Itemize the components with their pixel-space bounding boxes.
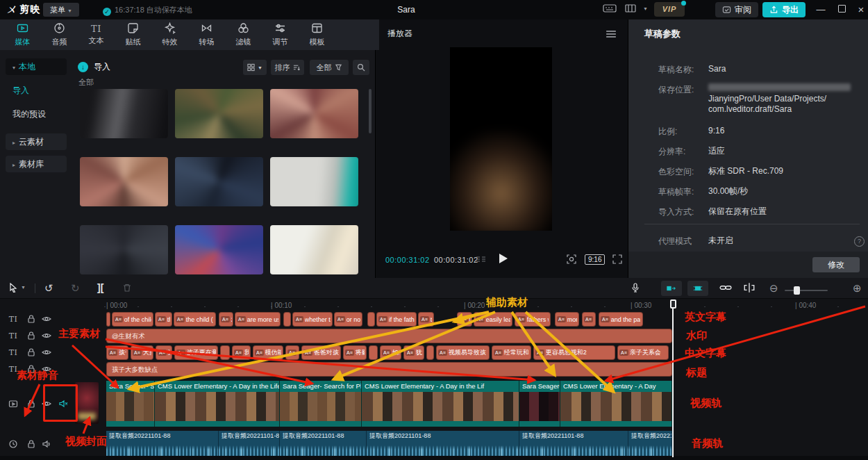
eye-icon[interactable] — [40, 313, 53, 325]
clock-icon[interactable] — [7, 438, 19, 450]
lock-icon[interactable] — [25, 346, 37, 359]
tab-特效[interactable]: 特效 — [151, 19, 188, 50]
zoom-out-icon[interactable]: ⊖ — [769, 283, 778, 294]
review-button[interactable]: 审阅 — [715, 2, 758, 17]
import-row[interactable]: ↓ 导入 — [78, 58, 110, 75]
media-thumbnail[interactable] — [80, 89, 168, 138]
record-voiceover-icon[interactable] — [631, 283, 640, 293]
sidebar-item-导入[interactable]: 导入 — [6, 82, 67, 99]
lock-icon[interactable] — [25, 329, 37, 342]
search-icon[interactable] — [353, 60, 369, 75]
video-track-icon[interactable] — [7, 397, 19, 410]
audio-clip[interactable]: 提取音频20221101-88 — [519, 431, 628, 457]
tab-贴纸[interactable]: 贴纸 — [115, 19, 151, 50]
eye-icon[interactable] — [40, 329, 53, 342]
subtitle-clip-cn[interactable]: A≡将影 — [343, 345, 367, 360]
split-clip-icon[interactable] — [743, 283, 756, 293]
subtitle-clip-cn[interactable]: A≡犹豫 — [403, 345, 424, 360]
frame-step-icon[interactable] — [475, 255, 487, 265]
subtitle-clip-cn[interactable]: A≡如果 — [380, 345, 401, 360]
subtitle-clip-en[interactable]: A≡more l — [555, 312, 579, 327]
snapshot-icon[interactable] — [567, 254, 576, 264]
sidebar-item-我的预设[interactable]: 我的预设 — [6, 106, 67, 122]
subtitle-clip-cn[interactable]: A≡这 — [156, 345, 172, 360]
play-button[interactable] — [499, 253, 508, 267]
video-clip[interactable]: Sara Seager- Sear — [106, 381, 155, 427]
subtitle-clip-en[interactable]: A≡the child ( — [174, 312, 216, 327]
link-icon[interactable] — [719, 283, 732, 293]
undo-icon[interactable]: ↺ — [44, 283, 53, 294]
subtitle-clip-en[interactable]: A≡are more us — [235, 312, 281, 327]
subtitle-clip-en[interactable]: A≡whether t — [292, 312, 333, 327]
tab-模板[interactable]: 模板 — [299, 19, 335, 50]
subtitle-clip-en[interactable]: A≡and the pa — [599, 312, 643, 327]
media-thumbnail[interactable] — [270, 225, 358, 274]
tab-调节[interactable]: 调节 — [262, 19, 299, 50]
text-track-icon[interactable]: TI — [7, 346, 19, 359]
subtitle-clip-cn[interactable]: A≡视频易导致孩 — [436, 345, 490, 360]
ratio-button[interactable]: 9:16 — [585, 254, 605, 265]
subtitle-clip-cn[interactable]: A≡孩子更在意 — [174, 345, 218, 360]
timeline-zoom-handle[interactable] — [794, 286, 800, 295]
tab-音频[interactable]: 音频 — [41, 19, 78, 50]
vip-badge[interactable]: VIP — [654, 2, 685, 17]
tab-媒体[interactable]: 媒体 — [4, 19, 41, 50]
auto-snap-toggle[interactable] — [687, 281, 708, 296]
video-clip[interactable]: CMS Lower Elementary - A Day — [560, 381, 672, 427]
audio-clip[interactable]: 提取音频20221101-88 — [367, 431, 519, 457]
eye-icon[interactable] — [40, 346, 53, 359]
view-mode-button[interactable]: ▼ — [243, 60, 267, 75]
layout-caret-icon[interactable]: ▼ — [643, 6, 648, 11]
media-thumbnail[interactable] — [270, 157, 358, 206]
zoom-in-icon[interactable]: ⊕ — [853, 283, 862, 294]
subtitle-clip-en[interactable] — [106, 312, 110, 327]
watermark-clip[interactable]: @生财有术 — [106, 329, 672, 343]
playhead[interactable] — [672, 300, 674, 457]
media-thumbnail[interactable] — [175, 89, 263, 138]
subtitle-clip-cn[interactable]: A≡孩子 — [106, 345, 128, 360]
text-track-icon[interactable]: TI — [7, 329, 19, 342]
media-thumbnail[interactable] — [270, 89, 358, 138]
video-clip[interactable]: Sara Seager- — [519, 381, 560, 427]
subtitle-clip-cn[interactable]: A≡我 — [232, 345, 251, 360]
media-thumbnail[interactable] — [80, 225, 168, 274]
sidebar-item-素材库[interactable]: ▸素材库 — [6, 156, 67, 172]
subtitle-clip-cn[interactable]: A≡大多 — [131, 345, 153, 360]
subtitle-clip-cn[interactable]: A≡经常玩和2 — [492, 345, 531, 360]
player-menu-icon[interactable] — [606, 29, 617, 39]
subtitle-clip-en[interactable]: A≡if the fath — [376, 312, 417, 327]
audio-clip[interactable]: 提取音频20221101-88 — [628, 431, 672, 457]
subtitle-clip-cn[interactable]: A≡更容易忽视和2 — [533, 345, 615, 360]
subtitle-clip-cn[interactable]: A≡爸爸对孩子 — [301, 345, 341, 360]
video-clip[interactable]: CMS Lower Elementary - A Day in the Life… — [155, 381, 280, 427]
subtitle-clip-en[interactable]: A≡of the child — [112, 312, 153, 327]
lock-icon[interactable] — [25, 313, 37, 325]
subtitle-clip-en[interactable]: A≡th — [418, 312, 434, 327]
title-clip[interactable]: 孩子大多数缺点 — [106, 362, 672, 377]
subtitle-clip-en[interactable] — [367, 312, 375, 327]
subtitle-clip-en[interactable]: A≡easily lea — [474, 312, 512, 327]
tab-转场[interactable]: 转场 — [188, 19, 225, 50]
select-tool-icon[interactable] — [8, 283, 18, 293]
video-preview[interactable] — [450, 47, 552, 231]
subtitle-clip-en[interactable] — [283, 312, 291, 327]
sidebar-item-云素材[interactable]: ▸云素材 — [6, 133, 67, 150]
audio-clip[interactable]: 提取音频20221101-88 — [219, 431, 280, 457]
layout-switch-icon[interactable] — [625, 3, 642, 16]
subtitle-clip-en[interactable]: A≡fathers w — [515, 312, 551, 327]
subtitle-clip-en[interactable]: A≡or not — [334, 312, 362, 327]
tab-滤镜[interactable]: 滤镜 — [225, 19, 262, 50]
magnetic-snap-toggle[interactable] — [661, 281, 682, 296]
sort-button[interactable]: 排序 — [271, 60, 304, 75]
close-button[interactable]: × — [851, 0, 868, 19]
subtitle-clip-en[interactable]: A≡v — [582, 312, 596, 327]
text-track-icon[interactable]: TI — [7, 313, 19, 325]
proxy-info-icon[interactable]: ? — [854, 236, 865, 247]
subtitle-clip-cn[interactable]: A≡ — [285, 345, 299, 360]
shortcut-keyboard-icon[interactable] — [603, 3, 619, 16]
audio-clip[interactable]: 提取音频20221101-88 — [106, 431, 219, 457]
media-thumbnail[interactable] — [80, 157, 168, 206]
subtitle-clip-cn[interactable] — [369, 345, 378, 360]
redo-icon[interactable]: ↻ — [71, 283, 80, 294]
timeline-zoom-slider[interactable] — [785, 290, 828, 291]
